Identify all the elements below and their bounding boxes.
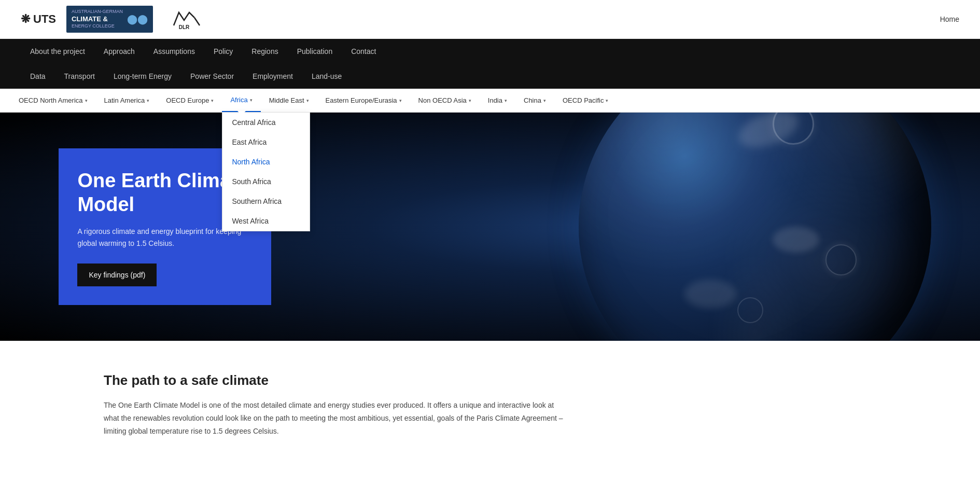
sub-nav-oecd-europe[interactable]: OECD Europe ▾: [158, 89, 222, 112]
uts-text: UTS: [33, 12, 56, 26]
nav-publication[interactable]: Publication: [288, 39, 342, 64]
regions-sub-nav: OECD North America ▾ Latin America ▾ OEC…: [0, 89, 980, 113]
chevron-down-icon: ▾: [211, 98, 214, 103]
climate-line1: AUSTRALIAN-GERMAN: [72, 9, 123, 15]
sub-nav-oecd-pacific[interactable]: OECD Pacific ▾: [554, 89, 617, 112]
nav-policy[interactable]: Policy: [204, 39, 242, 64]
sub-nav-africa[interactable]: Africa ▾: [222, 89, 260, 112]
nav-about[interactable]: About the project: [21, 39, 94, 64]
climate-line2: CLIMATE &: [72, 15, 123, 24]
climate-line3: ENERGY COLLEGE: [72, 23, 123, 30]
chevron-down-icon: ▾: [85, 98, 88, 103]
sub-nav-china[interactable]: China ▾: [515, 89, 554, 112]
dropdown-item-south-africa[interactable]: South Africa: [222, 172, 310, 191]
chevron-down-icon: ▾: [543, 98, 546, 103]
bottom-text: The One Earth Climate Model is one of th…: [104, 399, 570, 438]
climate-logo-text: AUSTRALIAN-GERMAN CLIMATE & ENERGY COLLE…: [72, 9, 123, 30]
nav-longterm[interactable]: Long-term Energy: [104, 64, 181, 89]
sub-nav-india[interactable]: India ▾: [480, 89, 515, 112]
dropdown-item-north-africa[interactable]: North Africa: [222, 152, 310, 172]
sub-nav-non-oecd-asia[interactable]: Non OECD Asia ▾: [410, 89, 480, 112]
main-nav-row1: About the project Approach Assumptions P…: [21, 39, 959, 64]
earth-visualization: [579, 113, 931, 341]
chevron-down-icon: ▾: [250, 98, 253, 103]
nav-employment[interactable]: Employment: [243, 64, 302, 89]
svg-text:DLR: DLR: [179, 24, 190, 30]
header-nav-right[interactable]: Home: [940, 15, 959, 24]
dropdown-item-east-africa[interactable]: East Africa: [222, 132, 310, 152]
nav-landuse[interactable]: Land-use: [302, 64, 351, 89]
storm-2: [825, 244, 857, 275]
climate-circles-icon: ⬤⬤: [127, 13, 148, 25]
bottom-title: The path to a safe climate: [104, 372, 876, 390]
nav-transport[interactable]: Transport: [55, 64, 104, 89]
dropdown-item-west-africa[interactable]: West Africa: [222, 211, 310, 231]
cloud-3: [684, 280, 736, 308]
chevron-down-icon: ▾: [505, 98, 507, 103]
key-findings-button[interactable]: Key findings (pdf): [77, 264, 157, 286]
main-navigation: About the project Approach Assumptions P…: [0, 39, 980, 89]
dropdown-open-indicator: [237, 111, 246, 115]
dropdown-item-southern-africa[interactable]: Southern Africa: [222, 191, 310, 211]
logo-group: ❋ UTS AUSTRALIAN-GERMAN CLIMATE & ENERGY…: [21, 6, 210, 33]
chevron-down-icon: ▾: [399, 98, 402, 103]
nav-regions[interactable]: Regions: [242, 39, 287, 64]
sub-nav-middle-east[interactable]: Middle East ▾: [261, 89, 317, 112]
uts-logo[interactable]: ❋ UTS: [21, 12, 56, 26]
nav-assumptions[interactable]: Assumptions: [144, 39, 204, 64]
climate-college-logo[interactable]: AUSTRALIAN-GERMAN CLIMATE & ENERGY COLLE…: [66, 6, 153, 33]
nav-powersector[interactable]: Power Sector: [181, 64, 243, 89]
hero-section: One Earth Climate Model A rigorous clima…: [0, 113, 980, 341]
site-header: ❋ UTS AUSTRALIAN-GERMAN CLIMATE & ENERGY…: [0, 0, 980, 39]
sub-nav-latin-america[interactable]: Latin America ▾: [96, 89, 158, 112]
nav-contact[interactable]: Contact: [342, 39, 385, 64]
sub-nav-eastern-europe[interactable]: Eastern Europe/Eurasia ▾: [317, 89, 410, 112]
uts-icon: ❋: [21, 12, 30, 26]
storm-3: [737, 297, 763, 323]
chevron-down-icon: ▾: [306, 98, 309, 103]
sub-nav-oecd-north-america[interactable]: OECD North America ▾: [10, 89, 96, 112]
dlr-logo[interactable]: DLR: [163, 7, 210, 31]
cloud-2: [773, 227, 819, 253]
africa-dropdown-menu: Central Africa East Africa North Africa …: [222, 112, 310, 231]
dropdown-item-central-africa[interactable]: Central Africa: [222, 113, 310, 132]
chevron-down-icon: ▾: [469, 98, 471, 103]
chevron-down-icon: ▾: [606, 98, 608, 103]
nav-approach[interactable]: Approach: [94, 39, 144, 64]
home-link[interactable]: Home: [940, 15, 959, 23]
sub-nav-africa-container: Africa ▾ Central Africa East Africa Nort…: [222, 89, 260, 112]
main-nav-row2: Data Transport Long-term Energy Power Se…: [21, 64, 959, 89]
bottom-section: The path to a safe climate The One Earth…: [0, 341, 980, 459]
chevron-down-icon: ▾: [147, 98, 149, 103]
nav-data[interactable]: Data: [21, 64, 55, 89]
dlr-svg-icon: DLR: [169, 7, 205, 31]
